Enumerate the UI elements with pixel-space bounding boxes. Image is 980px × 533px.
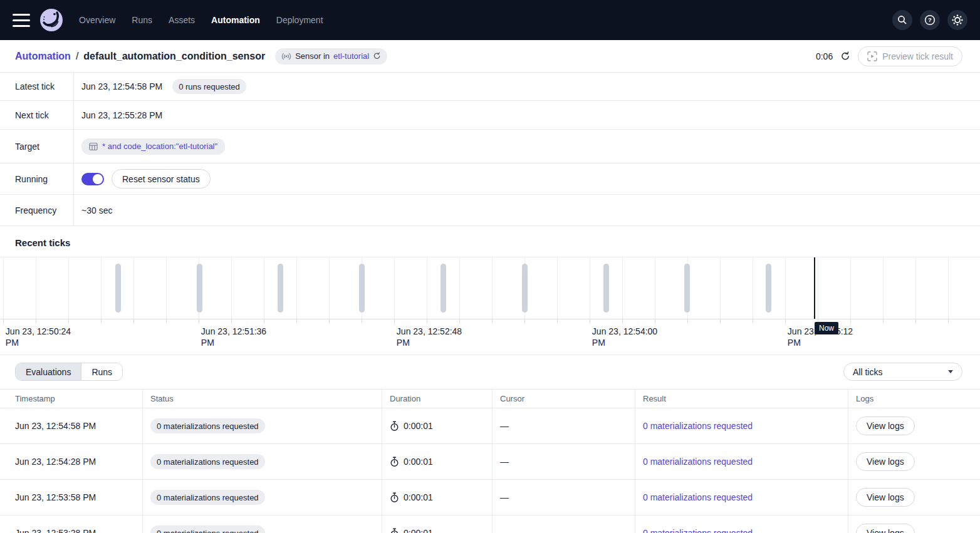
tick-bar[interactable] [115, 264, 121, 313]
view-logs-button[interactable]: View logs [856, 524, 915, 533]
result-link[interactable]: 0 materializations requested [643, 528, 753, 533]
view-logs-button[interactable]: View logs [856, 488, 915, 507]
top-nav: Overview Runs Assets Automation Deployme… [0, 0, 980, 40]
tick-filter-value: All ticks [853, 367, 882, 377]
axis-tick-mark [68, 319, 69, 324]
nav-items: Overview Runs Assets Automation Deployme… [79, 15, 323, 25]
tick-bar[interactable] [278, 264, 283, 313]
timeline-gridline [492, 257, 493, 319]
col-header-logs: Logs [848, 390, 980, 408]
col-header-duration: Duration [382, 390, 493, 408]
col-header-cursor: Cursor [493, 390, 635, 408]
tick-bar[interactable] [522, 264, 528, 313]
target-label: Target [0, 130, 74, 163]
tab-runs[interactable]: Runs [81, 363, 122, 380]
tick-status: 0 materializations requested [143, 480, 382, 515]
timeline-gridline [557, 257, 558, 319]
refresh-button[interactable] [840, 51, 850, 61]
view-logs-button[interactable]: View logs [856, 452, 915, 471]
stopwatch-icon [390, 528, 399, 533]
toggle-knob [93, 174, 103, 184]
tick-result: 0 materializations requested [635, 515, 848, 533]
axis-tick-mark [785, 319, 786, 324]
status-badge: 0 materializations requested [150, 454, 265, 469]
axis-tick-mark [329, 319, 330, 324]
table-row: Jun 23, 12:54:28 PM0 materializations re… [0, 444, 980, 480]
etl-tutorial-link[interactable]: etl-tutorial [333, 51, 369, 61]
preview-tick-icon [867, 51, 877, 61]
tick-bar[interactable] [359, 264, 365, 313]
preview-tick-result-button[interactable]: Preview tick result [858, 46, 962, 66]
timeline-gridline [296, 257, 297, 319]
menu-button[interactable] [13, 14, 30, 27]
help-button[interactable]: ? [920, 10, 940, 30]
reset-sensor-status-button[interactable]: Reset sensor status [112, 169, 211, 189]
timeline-gridline [231, 257, 232, 319]
table-row: Jun 23, 12:54:58 PM0 materializations re… [0, 408, 980, 444]
result-link[interactable]: 0 materializations requested [643, 421, 753, 431]
tick-bar[interactable] [440, 264, 446, 313]
tick-bar[interactable] [197, 264, 202, 313]
running-toggle[interactable] [81, 173, 104, 185]
tick-logs: View logs [848, 408, 980, 443]
running-row: Running Reset sensor status [0, 163, 980, 195]
search-button[interactable] [892, 10, 912, 30]
view-logs-button[interactable]: View logs [856, 417, 915, 435]
breadcrumb-separator: / [76, 51, 78, 62]
table-row: Jun 23, 12:53:58 PM0 materializations re… [0, 480, 980, 515]
timeline-gridline [720, 257, 721, 319]
tick-bar[interactable] [684, 264, 690, 313]
nav-item-automation[interactable]: Automation [211, 15, 260, 25]
tab-evaluations[interactable]: Evaluations [16, 363, 81, 380]
axis-tick-mark [362, 319, 362, 324]
table-header-row: Timestamp Status Duration Cursor Result … [0, 390, 980, 408]
axis-tick-mark [720, 319, 721, 324]
timeline-gridline [459, 257, 460, 319]
axis-tick-mark [687, 319, 688, 324]
page-title: default_automation_condition_sensor [83, 51, 265, 62]
frequency-value: ~30 sec [81, 205, 112, 215]
sensor-icon [281, 53, 291, 60]
status-badge: 0 materializations requested [150, 418, 265, 433]
axis-time-label: Jun 23, 12:54:00PM [592, 326, 657, 348]
tick-filter-select[interactable]: All ticks [843, 363, 962, 381]
tick-bar[interactable] [766, 264, 771, 313]
nav-item-deployment[interactable]: Deployment [276, 15, 323, 25]
axis-tick-mark [850, 319, 851, 324]
now-badge: Now [815, 322, 838, 334]
tick-cursor: — [493, 480, 635, 515]
settings-button[interactable] [947, 10, 967, 30]
breadcrumb-automation-link[interactable]: Automation [15, 51, 71, 62]
timeline-gridline [68, 257, 69, 319]
tick-timestamp: Jun 23, 12:53:28 PM [0, 515, 143, 533]
nav-item-runs[interactable]: Runs [132, 15, 152, 25]
tick-duration: 0:00:01 [382, 480, 493, 515]
result-link[interactable]: 0 materializations requested [643, 457, 753, 467]
timeline-gridline [915, 257, 916, 319]
timeline-gridline [948, 257, 949, 319]
tick-duration: 0:00:01 [382, 444, 493, 479]
evaluations-table: Timestamp Status Duration Cursor Result … [0, 389, 980, 533]
svg-text:?: ? [928, 16, 932, 23]
chevron-down-icon [948, 370, 953, 373]
tick-result: 0 materializations requested [635, 480, 848, 515]
tick-duration: 0:00:01 [382, 408, 493, 443]
latest-tick-time: Jun 23, 12:54:58 PM [81, 81, 162, 91]
stopwatch-icon [390, 421, 399, 432]
latest-tick-row: Latest tick Jun 23, 12:54:58 PM 0 runs r… [0, 73, 980, 101]
refresh-icon[interactable] [373, 52, 381, 60]
result-link[interactable]: 0 materializations requested [643, 492, 753, 502]
tick-bar[interactable] [603, 264, 609, 313]
recent-ticks-title: Recent ticks [0, 226, 980, 257]
tick-logs: View logs [848, 480, 980, 515]
timeline-gridline [36, 257, 36, 319]
nav-item-overview[interactable]: Overview [79, 15, 115, 25]
frequency-row: Frequency ~30 sec [0, 195, 980, 226]
target-selection-pill[interactable]: * and code_location:"etl-tutorial" [81, 138, 225, 155]
next-tick-label: Next tick [0, 101, 74, 129]
timeline-gridline [753, 257, 753, 319]
now-marker-line [814, 257, 815, 319]
dagster-logo[interactable] [40, 9, 63, 31]
nav-item-assets[interactable]: Assets [169, 15, 195, 25]
target-selection-text: * and code_location:"etl-tutorial" [102, 142, 217, 151]
